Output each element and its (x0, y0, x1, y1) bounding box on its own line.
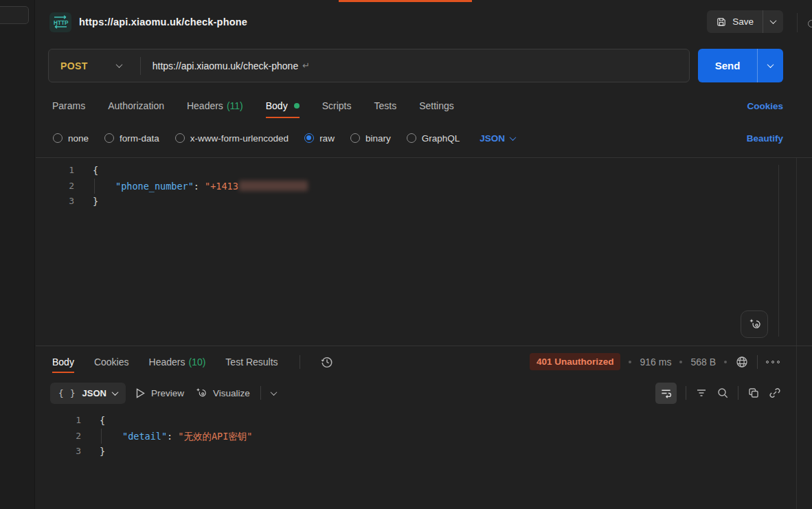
link-icon[interactable] (769, 387, 781, 399)
tab-headers[interactable]: Headers(11) (187, 100, 243, 111)
line-number: 1 (36, 163, 74, 179)
dot-separator (629, 361, 631, 363)
save-options-button[interactable] (763, 10, 783, 33)
response-tab-headers[interactable]: Headers(10) (149, 357, 206, 367)
save-button[interactable]: Save (707, 10, 763, 33)
request-header: HTTP https://api.xiaomu.uk/check-phone S… (36, 2, 812, 42)
response-meta: 401 Unauthorized 916 ms 568 B (530, 353, 780, 370)
response-tab-cookies[interactable]: Cookies (94, 357, 129, 367)
url-return-glyph: ↵ (302, 60, 310, 71)
save-icon (716, 16, 727, 27)
save-label: Save (732, 16, 754, 27)
radio-circle (350, 133, 360, 143)
copy-icon[interactable] (747, 387, 760, 399)
radio-circle (175, 133, 185, 143)
tab-tests[interactable]: Tests (374, 100, 396, 111)
code-line: 3 } (36, 444, 812, 460)
beautify-link[interactable]: Beautify (747, 133, 783, 144)
response-tabs: Body Cookies Headers(10) Test Results 40… (36, 346, 812, 377)
postbot-button[interactable] (741, 310, 768, 338)
url-builder: POST https://api.xiaomu.uk/check-phone ↵ (48, 49, 690, 82)
request-bar: POST https://api.xiaomu.uk/check-phone ↵… (48, 49, 783, 82)
code-text: { (100, 413, 105, 429)
code-text: "detail": "无效的API密钥" (100, 429, 252, 444)
dot-separator (679, 361, 682, 363)
filter-icon[interactable] (695, 387, 708, 399)
tab-params[interactable]: Params (52, 100, 85, 111)
line-number: 1 (36, 413, 81, 429)
tab-settings[interactable]: Settings (419, 100, 454, 111)
svg-text:HTTP: HTTP (54, 20, 69, 26)
send-button[interactable]: Send (698, 49, 757, 82)
search-icon[interactable] (717, 387, 729, 399)
collapsed-tab[interactable] (0, 6, 29, 24)
radio-raw[interactable]: raw (304, 133, 335, 144)
url-input[interactable]: https://api.xiaomu.uk/check-phone (153, 60, 298, 71)
chevron-down-icon (510, 134, 517, 141)
editor-scrollbar[interactable] (778, 165, 779, 337)
tab-body[interactable]: Body (266, 100, 300, 111)
radio-x-www-form-urlencoded[interactable]: x-www-form-urlencoded (175, 133, 289, 144)
response-headers-count: (10) (188, 357, 205, 367)
response-size[interactable]: 568 B (690, 357, 716, 367)
body-type-row: none form-data x-www-form-urlencoded raw… (53, 124, 783, 152)
tab-authorization[interactable]: Authorization (108, 100, 164, 111)
response-actions (655, 383, 781, 404)
visualize-button[interactable]: Visualize (194, 387, 250, 399)
code-text: } (100, 444, 105, 460)
code-line: 2 "phone_number": "+1413 (36, 179, 812, 194)
json-separator: : (167, 431, 178, 442)
radio-circle (53, 133, 63, 143)
response-format-dropdown[interactable]: { } JSON (50, 383, 126, 404)
app-window: HTTP https://api.xiaomu.uk/check-phone S… (0, 0, 812, 509)
method-selector[interactable]: POST (60, 60, 88, 71)
radio-graphql[interactable]: GraphQL (407, 133, 460, 144)
line-number: 2 (36, 429, 81, 444)
toolbar-divider (686, 386, 686, 400)
language-dropdown[interactable]: JSON (480, 133, 515, 144)
radio-form-data[interactable]: form-data (104, 133, 159, 144)
chevron-down-icon (767, 61, 774, 68)
request-tabs: Params Authorization Headers(11) Body Sc… (52, 91, 783, 120)
radio-none[interactable]: none (53, 133, 89, 144)
line-number: 3 (36, 444, 81, 460)
request-body-editor[interactable]: 1 { 2 "phone_number": "+1413 3 } (36, 158, 812, 346)
request-title: https://api.xiaomu.uk/check-phone (79, 16, 247, 27)
tab-scripts[interactable]: Scripts (322, 100, 352, 111)
dot-separator (724, 361, 727, 363)
cookies-link[interactable]: Cookies (747, 101, 783, 111)
chevron-down-icon (112, 389, 119, 396)
chevron-down-icon (770, 17, 777, 24)
response-history-icon[interactable] (320, 355, 334, 369)
send-options-button[interactable] (758, 49, 783, 82)
clipped-edge-icon (808, 20, 812, 27)
status-badge[interactable]: 401 Unauthorized (530, 353, 621, 370)
indent-guide (94, 179, 95, 194)
code-line: 1 { (36, 413, 812, 429)
send-split-button: Send (698, 49, 783, 82)
meta-divider (757, 355, 758, 369)
response-tab-test-results[interactable]: Test Results (225, 357, 278, 367)
response-time[interactable]: 916 ms (640, 357, 671, 367)
braces-icon: { } (58, 388, 76, 398)
play-icon (136, 388, 145, 398)
response-tab-body[interactable]: Body (52, 357, 74, 367)
sparkle-icon (194, 387, 207, 399)
response-body-editor[interactable]: 1 { 2 "detail": "无效的API密钥" 3 } (36, 409, 812, 460)
wrap-text-button[interactable] (655, 383, 677, 404)
preview-button[interactable]: Preview (136, 388, 184, 398)
code-line: 1 { (36, 163, 812, 179)
json-value: "+1413 (205, 181, 238, 192)
toolbar-divider (260, 386, 261, 400)
radio-binary[interactable]: binary (350, 133, 391, 144)
network-globe-icon[interactable] (735, 355, 749, 369)
response-panel: Body Cookies Headers(10) Test Results 40… (36, 346, 812, 509)
collapse-chevron-icon[interactable] (270, 389, 277, 396)
json-separator: : (194, 181, 205, 192)
redacted-phone-blur (239, 181, 308, 191)
method-chevron-icon[interactable] (115, 61, 122, 68)
more-options-icon[interactable] (766, 361, 780, 363)
body-modified-dot (294, 103, 300, 109)
code-line: 2 "detail": "无效的API密钥" (36, 429, 812, 444)
json-key: "phone_number" (115, 181, 194, 192)
